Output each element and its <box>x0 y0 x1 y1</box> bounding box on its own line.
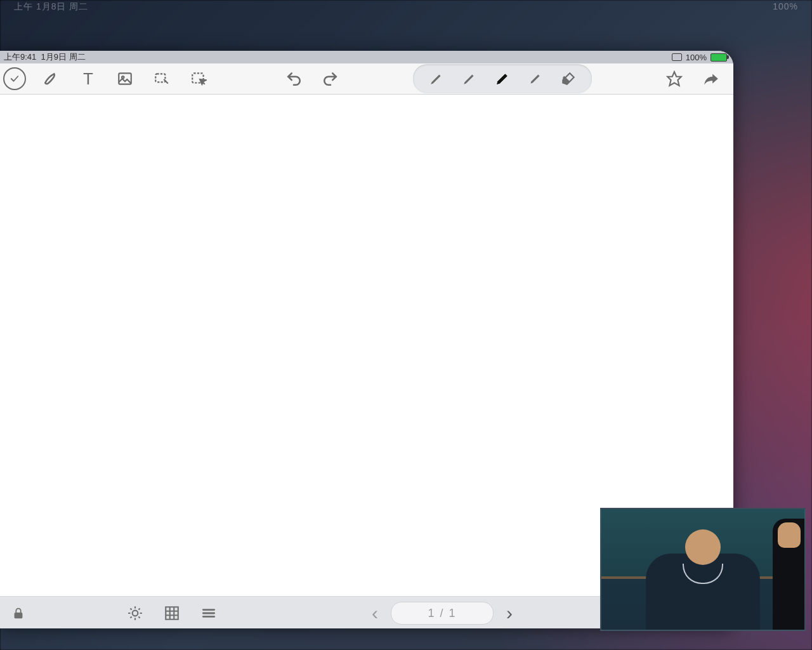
text-icon: T <box>83 69 93 89</box>
undo-button[interactable] <box>282 67 306 91</box>
outer-statusbar: 上午 1月8日 周二 100% <box>0 0 812 17</box>
menu-icon <box>200 605 217 621</box>
favorite-button[interactable] <box>662 67 686 91</box>
redo-button[interactable] <box>318 67 343 91</box>
ipad-statusbar: 上午9:41 1月9日 周二 100% <box>0 51 733 63</box>
done-button[interactable] <box>3 67 27 91</box>
pointer-icon <box>190 70 207 87</box>
webcam-pip[interactable] <box>600 508 806 631</box>
lock-button[interactable] <box>9 604 28 623</box>
second-figure <box>773 519 804 630</box>
checkmark-circle-icon <box>3 67 26 90</box>
page-indicator-text: 1 / 1 <box>428 607 456 620</box>
pen-tool-1[interactable] <box>426 68 447 90</box>
list-button[interactable] <box>197 601 221 625</box>
select-tool-button[interactable] <box>187 67 211 91</box>
status-time: 上午9:41 <box>4 52 36 62</box>
brush-icon <box>43 70 60 87</box>
screen-mirror-icon <box>672 53 682 61</box>
image-icon <box>117 70 133 87</box>
lasso-icon <box>154 70 170 87</box>
page-indicator[interactable]: 1 / 1 <box>391 602 494 625</box>
undo-icon <box>285 70 302 87</box>
share-icon <box>703 70 719 87</box>
redo-icon <box>322 70 339 87</box>
svg-rect-5 <box>15 613 23 618</box>
brushpen-icon <box>494 70 511 87</box>
brightness-button[interactable] <box>123 601 147 625</box>
eraser-tool[interactable] <box>558 68 579 90</box>
svg-point-6 <box>133 611 138 616</box>
star-icon <box>666 70 683 87</box>
lock-icon <box>11 606 25 620</box>
svg-rect-2 <box>155 74 165 82</box>
pen-icon <box>428 70 445 87</box>
status-left: 上午9:41 1月9日 周二 <box>4 51 86 63</box>
grid-icon <box>164 605 180 621</box>
sun-icon <box>127 605 143 621</box>
top-toolbar: T <box>0 63 733 95</box>
outer-status-left: 上午 1月8日 周二 <box>14 1 88 17</box>
status-date: 1月9日 周二 <box>41 52 86 62</box>
highlighter-tool[interactable] <box>525 68 546 90</box>
brush-tool-button[interactable] <box>39 67 63 91</box>
pen-tool-3-active[interactable] <box>492 68 513 90</box>
text-tool-button[interactable]: T <box>76 67 100 91</box>
eraser-icon <box>560 70 577 87</box>
image-tool-button[interactable] <box>113 67 137 91</box>
outer-status-right: 100% <box>773 1 798 17</box>
status-battery-pct: 100% <box>686 53 707 62</box>
pen-tray <box>413 64 592 93</box>
lasso-tool-button[interactable] <box>150 67 174 91</box>
battery-icon <box>710 53 727 62</box>
highlighter-icon <box>527 70 544 87</box>
prev-page-button: ‹ <box>372 604 378 623</box>
status-right: 100% <box>672 53 727 62</box>
svg-marker-4 <box>667 72 681 86</box>
share-button[interactable] <box>699 67 723 91</box>
presenter-figure <box>646 522 760 630</box>
grid-button[interactable] <box>160 601 184 625</box>
pencil-icon <box>461 70 478 87</box>
next-page-button[interactable]: › <box>506 604 513 623</box>
pen-tool-2[interactable] <box>459 68 480 90</box>
